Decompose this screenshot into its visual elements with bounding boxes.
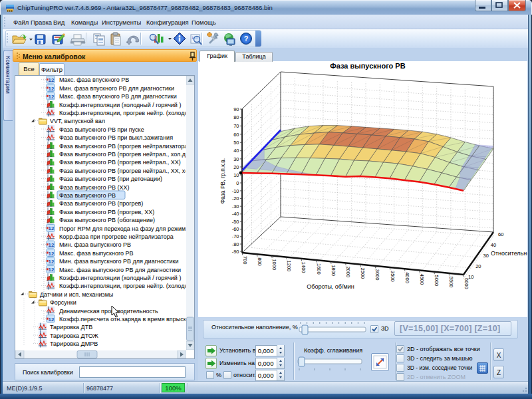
svg-text:Макс. фаза выпускного РВ: Макс. фаза выпускного РВ (59, 250, 134, 257)
svg-text:-60: -60 (232, 226, 239, 232)
svg-text:Фаза выпускного РВ: Фаза выпускного РВ (330, 62, 405, 70)
svg-text:Макс. фаза впускного РВ для ди: Макс. фаза впускного РВ для диагностики (59, 93, 177, 100)
svg-text:2500: 2500 (360, 268, 366, 279)
svg-text:1200: 1200 (286, 261, 292, 272)
svg-text:3500: 3500 (390, 271, 396, 282)
svg-text:20: 20 (233, 164, 239, 170)
svg-text:80: 80 (233, 114, 239, 120)
svg-text:-50: -50 (232, 219, 239, 225)
svg-text:Фаза выпускного РВ при пуске: Фаза выпускного РВ при пуске (59, 126, 144, 133)
svg-text:Фаза РВ, гр.п.к.в.: Фаза РВ, гр.п.к.в. (219, 158, 226, 203)
svg-text:70: 70 (233, 123, 239, 129)
svg-text:-20: -20 (232, 196, 239, 201)
svg-text:30: 30 (233, 156, 239, 162)
svg-text:60: 60 (498, 231, 503, 237)
svg-text:Фаза выпускного РВ (прогрев): Фаза выпускного РВ (прогрев) (59, 200, 143, 207)
svg-text:-40: -40 (232, 211, 239, 217)
svg-text:Фаза выпускного РВ: Фаза выпускного РВ (59, 192, 116, 199)
svg-text:4000: 4000 (404, 272, 410, 283)
svg-text:60: 60 (233, 132, 239, 138)
svg-text:Мин. фаза выпускного РВ: Мин. фаза выпускного РВ (59, 241, 131, 248)
svg-text:Фаза выпускного РВ (прогрев не: Фаза выпускного РВ (прогрев нейтрал., ХХ… (59, 168, 186, 174)
svg-text:Тарировка ДТВ: Тарировка ДТВ (50, 324, 92, 331)
svg-text:Порог RPM для перехода на фазу: Порог RPM для перехода на фазу для режим… (59, 225, 186, 232)
svg-text:10: 10 (468, 274, 473, 280)
svg-text:Фаза выпускного РВ (обогащение: Фаза выпускного РВ (обогащение) (59, 217, 155, 223)
svg-text:-90: -90 (232, 249, 239, 255)
svg-text:5500: 5500 (448, 277, 454, 288)
svg-text:Мин. фаза впускного РВ для диа: Мин. фаза впускного РВ для диагностики (59, 85, 174, 92)
svg-text:Фаза выпускного РВ (прогрев не: Фаза выпускного РВ (прогрев нейтрал., ХХ… (59, 159, 181, 166)
svg-text:20: 20 (475, 263, 481, 269)
svg-text:Корр.фаза при прогреве нейтрал: Корр.фаза при прогреве нейтрализатора (59, 233, 174, 240)
svg-text:Коэфф.интерполяции, прогрев не: Коэфф.интерполяции, прогрев нейтр. (холо… (59, 110, 186, 116)
svg-text:90: 90 (233, 106, 239, 112)
svg-text:VVT, выпускной вал: VVT, выпускной вал (50, 118, 105, 124)
svg-text:Коэфф.интерполяции, прогрев не: Коэфф.интерполяции, прогрев нейтр. (холо… (59, 283, 186, 289)
svg-text:1400: 1400 (301, 262, 307, 273)
svg-text:4500: 4500 (419, 273, 425, 285)
svg-text:Коэфф.пересчета отн.заряда в в: Коэфф.пересчета отн.заряда в время впрыс… (59, 316, 186, 323)
svg-text:-80: -80 (232, 241, 239, 247)
svg-text:-30: -30 (232, 203, 239, 209)
svg-text:3000: 3000 (374, 269, 380, 281)
svg-text:Макс. фаза впускного РВ: Макс. фаза впускного РВ (59, 76, 129, 83)
svg-text:-10: -10 (232, 188, 239, 194)
svg-text:-70: -70 (232, 233, 239, 239)
svg-text:Мин. фаза выпускного РВ для ди: Мин. фаза выпускного РВ для диагностики (59, 258, 179, 265)
svg-text:1600: 1600 (316, 263, 322, 275)
svg-text:Фаза выпускного РВ (прогрев не: Фаза выпускного РВ (прогрев нейтрализато… (59, 143, 186, 150)
svg-text:1000: 1000 (271, 259, 277, 270)
svg-text:Тарировка ДТОЖ: Тарировка ДТОЖ (50, 332, 99, 339)
svg-text:Форсунки: Форсунки (50, 299, 76, 306)
svg-text:10: 10 (233, 172, 239, 178)
svg-text:50: 50 (233, 140, 239, 146)
svg-text:5000: 5000 (434, 275, 440, 287)
svg-text:Макс. фаза выпускного РВ для д: Макс. фаза выпускного РВ для диагностики (59, 267, 181, 273)
svg-text:Тарировка ДМРВ: Тарировка ДМРВ (50, 340, 98, 347)
svg-text:700: 700 (242, 256, 248, 265)
svg-text:?: ? (244, 35, 249, 43)
svg-text:Фаза выпускного РВ (прогрев не: Фаза выпускного РВ (прогрев нейтрал., хо… (59, 151, 186, 158)
svg-text:Коэфф.интерполяции (холодный /: Коэфф.интерполяции (холодный / горячий ) (59, 275, 181, 281)
svg-text:Обороты, об/мин: Обороты, об/мин (307, 283, 354, 290)
svg-text:Фаза выпускного РВ (при детона: Фаза выпускного РВ (при детонации) (59, 176, 162, 182)
svg-text:Фаза выпускного РВ (прогрев, Х: Фаза выпускного РВ (прогрев, ХХ) (59, 209, 154, 215)
svg-text:Относительное н: Относительное н (491, 250, 527, 257)
svg-text:30: 30 (483, 253, 489, 259)
svg-text:Фаза выпускного РВ (ХХ): Фаза выпускного РВ (ХХ) (59, 184, 129, 191)
svg-text:Коэфф.интерполяции (холодный /: Коэфф.интерполяции (холодный / горячий ) (59, 102, 181, 108)
svg-text:0: 0 (236, 180, 239, 186)
svg-text:40: 40 (491, 242, 496, 248)
svg-text:1800: 1800 (331, 265, 336, 276)
svg-text:Фаза выпускного РВ при выкл.за: Фаза выпускного РВ при выкл.зажигания (59, 134, 173, 141)
svg-text:2000: 2000 (345, 266, 351, 277)
svg-text:40: 40 (233, 148, 239, 154)
svg-text:Датчики и исп. механизмы: Датчики и исп. механизмы (40, 291, 113, 298)
svg-text:800: 800 (257, 257, 263, 266)
svg-text:Динамическая производительност: Динамическая производительность (59, 308, 158, 315)
